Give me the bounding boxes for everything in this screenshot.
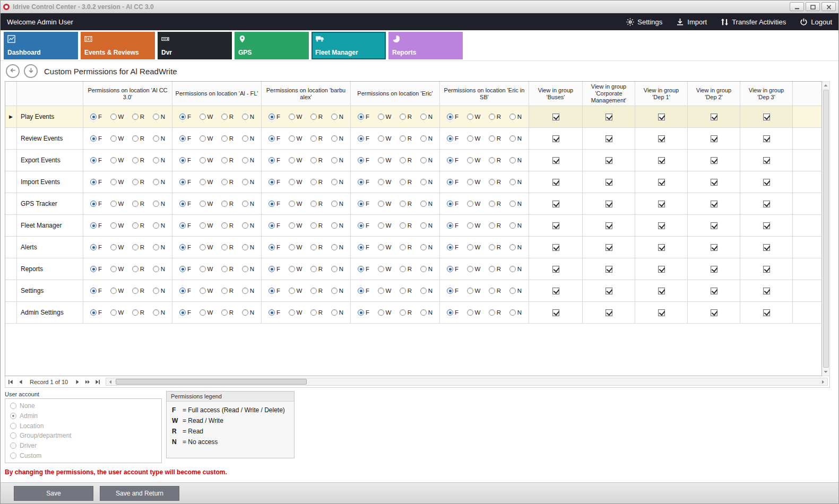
view-group-checkbox[interactable] <box>711 157 717 164</box>
view-group-checkbox[interactable] <box>763 309 770 316</box>
permission-option-f[interactable]: F <box>269 201 280 207</box>
permission-option-f[interactable]: F <box>269 266 280 272</box>
permission-option-f[interactable]: F <box>269 179 280 185</box>
permission-option-r[interactable]: R <box>400 114 412 120</box>
view-group-checkbox[interactable] <box>658 179 665 186</box>
permission-option-n[interactable]: N <box>509 179 522 185</box>
permission-option-r[interactable]: R <box>400 309 412 316</box>
permission-option-r[interactable]: R <box>400 179 412 185</box>
permission-option-w[interactable]: W <box>378 288 392 294</box>
view-group-checkbox[interactable] <box>606 201 612 207</box>
permission-option-f[interactable]: F <box>269 135 280 142</box>
view-group-checkbox[interactable] <box>552 157 559 164</box>
permission-option-r[interactable]: R <box>310 309 323 316</box>
view-group-checkbox[interactable] <box>552 244 559 251</box>
permission-option-w[interactable]: W <box>467 244 481 250</box>
view-group-checkbox[interactable] <box>606 266 612 273</box>
permission-option-f[interactable]: F <box>269 114 280 120</box>
permission-option-f[interactable]: F <box>179 157 191 163</box>
permission-option-f[interactable]: F <box>179 114 191 120</box>
permission-option-n[interactable]: N <box>420 114 433 120</box>
permission-option-r[interactable]: R <box>400 157 412 163</box>
permission-option-n[interactable]: N <box>242 201 254 207</box>
permission-option-w[interactable]: W <box>289 179 302 185</box>
permission-option-w[interactable]: W <box>110 222 124 229</box>
permission-option-f[interactable]: F <box>358 244 369 250</box>
permission-option-w[interactable]: W <box>110 244 124 250</box>
permission-option-r[interactable]: R <box>489 266 501 272</box>
permission-option-r[interactable]: R <box>400 288 412 294</box>
permission-option-f[interactable]: F <box>179 222 191 229</box>
view-group-checkbox[interactable] <box>658 288 665 294</box>
permission-option-r[interactable]: R <box>489 288 501 294</box>
permission-option-w[interactable]: W <box>378 309 392 316</box>
permission-option-r[interactable]: R <box>400 266 412 272</box>
horizontal-scroll-thumb[interactable] <box>116 379 307 385</box>
maximize-button[interactable] <box>806 2 820 11</box>
settings-button[interactable]: Settings <box>626 18 662 26</box>
permission-option-n[interactable]: N <box>331 114 343 120</box>
permission-option-w[interactable]: W <box>110 135 124 142</box>
permission-option-w[interactable]: W <box>200 222 213 229</box>
save-button[interactable]: Save <box>14 486 93 501</box>
user-account-option-none[interactable]: None <box>10 402 157 410</box>
view-group-checkbox[interactable] <box>763 135 770 142</box>
permission-option-r[interactable]: R <box>221 135 233 142</box>
permission-option-n[interactable]: N <box>153 309 165 316</box>
pager-last-button[interactable] <box>92 379 102 385</box>
view-group-checkbox[interactable] <box>606 114 612 120</box>
view-group-checkbox[interactable] <box>763 201 770 207</box>
permission-option-w[interactable]: W <box>200 201 213 207</box>
tab-reports[interactable]: Reports <box>388 32 463 59</box>
view-group-checkbox[interactable] <box>658 222 665 229</box>
permission-option-w[interactable]: W <box>289 157 302 163</box>
permission-option-w[interactable]: W <box>467 222 481 229</box>
permission-option-r[interactable]: R <box>221 157 233 163</box>
view-group-checkbox[interactable] <box>763 266 770 273</box>
tab-dvr[interactable]: Dvr <box>158 32 232 59</box>
permission-option-n[interactable]: N <box>331 309 343 316</box>
permission-option-n[interactable]: N <box>242 135 254 142</box>
permission-option-w[interactable]: W <box>378 135 392 142</box>
permission-option-f[interactable]: F <box>90 201 102 207</box>
permission-option-r[interactable]: R <box>310 266 323 272</box>
permission-option-n[interactable]: N <box>420 288 433 294</box>
permission-option-r[interactable]: R <box>310 135 323 142</box>
permission-option-w[interactable]: W <box>200 266 213 272</box>
permission-option-r[interactable]: R <box>310 179 323 185</box>
permission-option-f[interactable]: F <box>269 288 280 294</box>
view-group-checkbox[interactable] <box>606 157 612 164</box>
view-group-checkbox[interactable] <box>658 114 665 120</box>
pager-first-button[interactable] <box>5 379 15 385</box>
view-group-checkbox[interactable] <box>658 309 665 316</box>
permission-option-w[interactable]: W <box>467 288 481 294</box>
permission-option-r[interactable]: R <box>489 309 501 316</box>
permission-option-w[interactable]: W <box>200 179 213 185</box>
permission-option-n[interactable]: N <box>509 201 522 207</box>
permission-option-r[interactable]: R <box>221 201 233 207</box>
permission-option-n[interactable]: N <box>242 288 254 294</box>
permission-option-r[interactable]: R <box>132 309 144 316</box>
permission-option-f[interactable]: F <box>358 309 369 316</box>
permission-option-f[interactable]: F <box>90 309 102 316</box>
user-account-option-location[interactable]: Location <box>10 422 157 430</box>
permission-option-f[interactable]: F <box>447 222 459 229</box>
transfer-activities-button[interactable]: Transfer Activities <box>721 18 786 26</box>
permission-option-r[interactable]: R <box>132 222 144 229</box>
permission-option-w[interactable]: W <box>110 309 124 316</box>
permission-option-w[interactable]: W <box>200 244 213 250</box>
permission-option-r[interactable]: R <box>221 114 233 120</box>
permission-option-f[interactable]: F <box>447 135 459 142</box>
permission-option-f[interactable]: F <box>179 288 191 294</box>
permission-option-n[interactable]: N <box>242 309 254 316</box>
pager-next-group-button[interactable] <box>82 379 92 385</box>
permission-option-n[interactable]: N <box>420 179 433 185</box>
permission-option-n[interactable]: N <box>242 222 254 229</box>
view-group-checkbox[interactable] <box>658 157 665 164</box>
view-group-checkbox[interactable] <box>552 309 559 316</box>
permission-option-w[interactable]: W <box>378 114 392 120</box>
view-group-checkbox[interactable] <box>606 135 612 142</box>
user-account-option-admin[interactable]: Admin <box>10 412 157 420</box>
view-group-checkbox[interactable] <box>711 201 717 207</box>
permission-option-n[interactable]: N <box>509 288 522 294</box>
